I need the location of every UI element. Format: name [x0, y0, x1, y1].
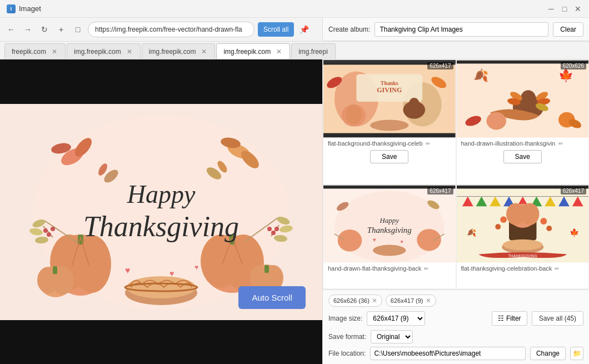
- tab-img1[interactable]: img.freepik.com ✕: [67, 43, 141, 59]
- tab-freepik[interactable]: freepik.com ✕: [4, 43, 66, 59]
- main-thanksgiving-svg: ♥ ♥ ♥ Happy Thanksgiving: [22, 109, 300, 315]
- tab-label: img.freepik.com: [74, 48, 121, 56]
- refresh-button[interactable]: ↻: [38, 23, 51, 36]
- clear-button[interactable]: Clear: [553, 22, 583, 37]
- tab-close-img1[interactable]: ✕: [126, 48, 133, 56]
- save-image-1-button[interactable]: Save: [370, 150, 408, 163]
- save-format-row: Save format: Original JPG PNG WebP: [328, 330, 583, 343]
- tab-img3[interactable]: img.freepik.com ✕: [216, 43, 290, 59]
- edit-icon-1[interactable]: ✏: [426, 141, 430, 147]
- save-format-select[interactable]: Original JPG PNG WebP: [371, 330, 413, 343]
- new-tab-button[interactable]: +: [54, 23, 68, 36]
- svg-point-42: [267, 227, 272, 231]
- back-button[interactable]: ←: [4, 23, 18, 36]
- change-button[interactable]: Change: [530, 347, 566, 360]
- image-thumbnail-1[interactable]: Thanks GIVING 626x417: [323, 60, 456, 138]
- svg-text:🍂: 🍂: [466, 227, 476, 237]
- right-header: Create album: Clear: [322, 18, 589, 41]
- folder-button[interactable]: 📁: [570, 347, 583, 360]
- pin-button[interactable]: 📌: [297, 23, 311, 36]
- main-layout: ♥ ♥ ♥ Happy Thanksgiving Auto Scroll: [0, 59, 589, 364]
- app-title: Imaget: [19, 4, 41, 13]
- image-size-label: Image size:: [328, 315, 362, 322]
- album-input[interactable]: [375, 22, 548, 37]
- tab-close-img3[interactable]: ✕: [275, 48, 283, 56]
- svg-text:🍁: 🍁: [558, 68, 574, 83]
- tab-label: img.freepi: [298, 48, 328, 56]
- create-album-label: Create album:: [328, 26, 370, 33]
- svg-point-124: [503, 239, 542, 250]
- maximize-button[interactable]: □: [560, 4, 569, 13]
- svg-text:Happy: Happy: [127, 180, 196, 208]
- address-bar[interactable]: [88, 22, 254, 37]
- folder-icon: 📁: [573, 350, 581, 357]
- minimize-button[interactable]: ─: [547, 4, 556, 13]
- svg-point-41: [274, 227, 279, 231]
- svg-point-44: [127, 276, 196, 298]
- browser-nav: ← → ↻ + □ Scroll all 📌: [0, 18, 322, 41]
- left-panel: ♥ ♥ ♥ Happy Thanksgiving Auto Scroll: [0, 59, 322, 364]
- file-location-label: File location:: [328, 350, 366, 357]
- filter-tag-2-label: 626x417 (9): [391, 297, 423, 304]
- svg-point-34: [51, 227, 55, 231]
- image-cell-3: Happy Thanksgiving ♥ ♥ 626: [323, 185, 456, 290]
- svg-text:THANKSGIVING: THANKSGIVING: [508, 254, 537, 258]
- svg-point-65: [408, 98, 420, 111]
- scroll-all-button[interactable]: Scroll all: [258, 22, 294, 37]
- svg-point-68: [370, 120, 408, 131]
- svg-text:Thanks: Thanks: [381, 80, 398, 86]
- tab-img4[interactable]: img.freepi: [291, 43, 336, 59]
- svg-point-122: [546, 225, 552, 231]
- close-button[interactable]: ✕: [573, 4, 582, 13]
- file-location-row: File location: Change 📁: [328, 347, 583, 360]
- svg-point-120: [495, 224, 501, 230]
- svg-rect-57: [323, 133, 456, 137]
- svg-text:Thanksgiving: Thanksgiving: [367, 225, 412, 234]
- tab-label: img.freepik.com: [149, 48, 196, 56]
- image-name-1: flat-background-thanksgiving-celeb ✏: [323, 138, 456, 148]
- svg-text:♥: ♥: [194, 263, 198, 271]
- image-name-4: flat-thanksgiving-celebration-back ✏: [457, 263, 589, 273]
- tab-close-freepik[interactable]: ✕: [51, 48, 58, 56]
- window-controls: ─ □ ✕: [547, 4, 582, 13]
- filter-button-label: Filter: [506, 315, 521, 322]
- svg-point-91: [338, 229, 362, 251]
- tabs-row: freepik.com ✕ img.freepik.com ✕ img.free…: [0, 42, 589, 59]
- auto-scroll-button[interactable]: Auto Scroll: [238, 286, 306, 309]
- image-size-select[interactable]: 626x417 (9) All sizes 626x626 (36) 620x6…: [367, 311, 425, 326]
- svg-text:♥: ♥: [125, 266, 131, 275]
- filter-button[interactable]: ☷ Filter: [492, 311, 527, 326]
- image-cell-2: 🍂 🍁: [456, 59, 590, 185]
- save-all-button[interactable]: Save all (45): [532, 311, 583, 326]
- edit-icon-4[interactable]: ✏: [555, 266, 559, 272]
- filter-tag-1-remove[interactable]: ✕: [372, 297, 377, 305]
- svg-text:♥: ♥: [373, 236, 376, 242]
- svg-rect-22: [53, 266, 57, 274]
- image-name-2: hand-drawn-illustration-thanksgivin ✏: [457, 138, 589, 148]
- filter-tag-2-remove[interactable]: ✕: [426, 297, 431, 305]
- edit-icon-2[interactable]: ✏: [558, 141, 563, 147]
- svg-point-33: [43, 228, 48, 233]
- svg-text:GIVING: GIVING: [377, 86, 402, 94]
- svg-point-95: [373, 245, 406, 256]
- image-thumbnail-4[interactable]: THANKSGIVING 🍂 🍁 626x417: [457, 185, 589, 263]
- edit-icon-3[interactable]: ✏: [424, 266, 428, 272]
- image-dimensions-2: 620x626: [561, 62, 586, 69]
- image-thumbnail-2[interactable]: 🍂 🍁: [457, 60, 589, 138]
- image-dimensions-4: 626x417: [561, 187, 586, 195]
- home-button[interactable]: □: [71, 23, 84, 36]
- forward-button[interactable]: →: [21, 23, 34, 36]
- tab-label: img.freepik.com: [223, 48, 271, 56]
- svg-point-67: [346, 104, 362, 124]
- tab-close-img2[interactable]: ✕: [200, 48, 208, 56]
- image-thumbnail-3[interactable]: Happy Thanksgiving ♥ ♥ 626: [323, 185, 456, 263]
- tab-img2[interactable]: img.freepik.com ✕: [142, 43, 216, 59]
- filter-icon: ☷: [498, 315, 504, 322]
- svg-point-92: [417, 228, 441, 251]
- svg-point-118: [520, 203, 539, 225]
- file-location-input[interactable]: [370, 347, 526, 360]
- filter-tag-1-label: 626x626 (36): [333, 297, 370, 304]
- svg-point-77: [520, 90, 536, 108]
- save-image-2-button[interactable]: Save: [503, 150, 542, 163]
- app-logo: I Imaget: [7, 4, 41, 13]
